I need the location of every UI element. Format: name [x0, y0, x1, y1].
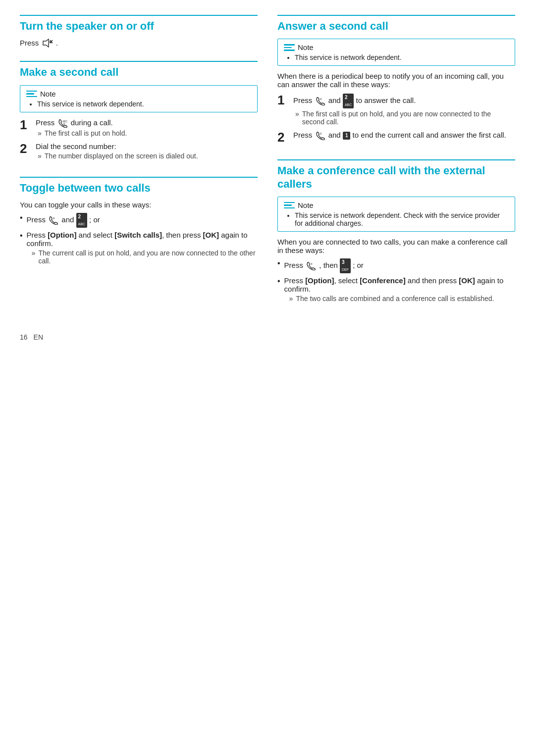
option-label: [Option]: [48, 231, 76, 239]
phone-icon-answer1: R: [315, 96, 328, 104]
note-label-conference: Note: [298, 201, 314, 209]
step-2-text: Dial the second number:: [36, 142, 116, 151]
note-content-conference: This service is network dependent. Check…: [284, 211, 509, 227]
step-1-content: Press ABC R during a call.: [36, 118, 258, 138]
answer-step-1-content: Press R and 2ABC to answer the call.: [293, 94, 515, 127]
note-header: Note: [26, 90, 251, 98]
answer-step-num-2: 2: [277, 131, 288, 144]
svg-text:R: R: [53, 217, 55, 220]
speaker-icon: [42, 39, 53, 49]
note-content-answer: This service is network dependent.: [284, 53, 509, 61]
answer-intro: When there is a periodical beep to notif…: [277, 72, 515, 89]
svg-text:R: R: [320, 132, 322, 135]
answer-step-1-sub: » The first call is put on hold, and you…: [293, 110, 515, 126]
svg-marker-0: [43, 39, 49, 47]
step-1-text: Press ABC R during a call.: [36, 118, 113, 127]
section-title-answer-second-call: Answer a second call: [277, 15, 515, 33]
conference-bullets: Press R , then 3DEF ; or: [277, 258, 515, 303]
toggle-bullet-2-sub: » The current call is put on hold, and y…: [27, 249, 258, 265]
note-label-answer: Note: [298, 43, 314, 51]
phone-icon-conference1: R: [305, 261, 319, 269]
step-num-2: 2: [20, 142, 31, 155]
section-speaker: Turn the speaker on or off Press .: [20, 15, 258, 49]
step-2-answer: 2 Press R and 1 to: [277, 131, 515, 144]
toggle-intro: You can toggle your calls in these ways:: [20, 201, 258, 209]
svg-text:R: R: [63, 122, 65, 125]
page-lang: EN: [34, 333, 43, 341]
section-toggle: Toggle between two calls You can toggle …: [20, 177, 258, 269]
key-3def-conference: 3DEF: [340, 258, 351, 273]
switch-calls-label: [Switch calls]: [114, 231, 162, 239]
answer-step-2-content: Press R and 1 to end the current call an…: [293, 131, 515, 140]
toggle-bullet-2: Press [Option] and select [Switch calls]…: [20, 231, 258, 266]
steps-answer-second-call: 1 Press R and 2ABC: [277, 94, 515, 144]
toggle-bullet-1: Press R and 2ABC ; or: [20, 213, 258, 228]
speaker-press-text: Press: [20, 39, 39, 48]
conference-intro: When you are connected to two calls, you…: [277, 238, 515, 254]
note-header-answer: Note: [284, 43, 509, 51]
svg-text:R: R: [311, 262, 313, 265]
note-item-answer: This service is network dependent.: [295, 53, 509, 61]
note-icon: [26, 91, 37, 98]
toggle-bullet-1-content: Press R and 2ABC ; or: [27, 213, 100, 228]
step-1-sub: » The first call is put on hold.: [36, 129, 258, 137]
phone-icon-step1: ABC R: [57, 118, 71, 127]
note-box-answer-second-call: Note This service is network dependent.: [277, 39, 515, 66]
phone-icon-answer2: R: [315, 131, 328, 139]
conference-bullet-1-content: Press R , then 3DEF ; or: [284, 258, 364, 273]
phone-icon-toggle1: R: [48, 215, 61, 224]
answer-step-num-1: 1: [277, 94, 288, 106]
note-header-conference: Note: [284, 201, 509, 209]
key-2abc-toggle: 2ABC: [76, 213, 87, 228]
svg-text:R: R: [320, 98, 322, 101]
step-1-make-second-call: 1 Press ABC R during a call.: [20, 118, 258, 138]
answer-step-1-sub-text: The first call is put on hold, and you a…: [302, 110, 515, 126]
steps-make-second-call: 1 Press ABC R during a call.: [20, 118, 258, 161]
note-item-conference: This service is network dependent. Check…: [295, 211, 509, 227]
speaker-press-end: .: [56, 39, 58, 48]
note-content-make-second-call: This service is network dependent.: [26, 100, 251, 108]
note-icon-answer: [284, 44, 295, 51]
step-2-content: Dial the second number: » The number dis…: [36, 142, 258, 161]
conference-bullet-2-content: Press [Option], select [Conference] and …: [284, 276, 515, 303]
page-number: 16: [20, 333, 28, 341]
conference-sub-text: The two calls are combined and a confere…: [296, 295, 494, 302]
ok-label: [OK]: [203, 231, 219, 239]
step-1-sub-text: The first call is put on hold.: [45, 129, 127, 137]
section-body-speaker: Press .: [20, 39, 258, 49]
key-1-answer: 1: [343, 132, 351, 140]
key-2abc-answer: 2ABC: [343, 94, 354, 108]
ok-label-conf: [OK]: [459, 276, 475, 285]
step-2-make-second-call: 2 Dial the second number: » The number d…: [20, 142, 258, 161]
note-box-make-second-call: Note This service is network dependent.: [20, 85, 258, 112]
step-2-sub-text: The number displayed on the screen is di…: [45, 152, 198, 160]
section-title-toggle: Toggle between two calls: [20, 177, 258, 195]
toggle-bullet-2-content: Press [Option] and select [Switch calls]…: [27, 231, 258, 266]
note-label: Note: [40, 90, 56, 98]
toggle-sub-text: The current call is put on hold, and you…: [38, 249, 258, 265]
conference-label: [Conference]: [360, 276, 406, 285]
page-footer: 16 EN: [20, 333, 515, 341]
conference-bullet-1: Press R , then 3DEF ; or: [277, 258, 515, 273]
section-title-speaker: Turn the speaker on or off: [20, 15, 258, 33]
section-make-second-call: Make a second call Note This service is …: [20, 61, 258, 164]
step-1-answer: 1 Press R and 2ABC: [277, 94, 515, 127]
conference-bullet-2: Press [Option], select [Conference] and …: [277, 276, 515, 303]
answer-step-2-text: Press R and 1 to end the current call an…: [293, 131, 506, 139]
section-answer-second-call: Answer a second call Note This service i…: [277, 15, 515, 148]
section-body-toggle: You can toggle your calls in these ways:…: [20, 201, 258, 266]
section-title-conference-call: Make a conference call with the external…: [277, 159, 515, 191]
option-label-conf: [Option]: [305, 276, 334, 285]
note-icon-conference: [284, 202, 295, 209]
step-2-sub: » The number displayed on the screen is …: [36, 152, 258, 160]
conference-bullet-2-sub: » The two calls are combined and a confe…: [284, 295, 515, 302]
note-box-conference-call: Note This service is network dependent. …: [277, 197, 515, 232]
answer-step-1-text: Press R and 2ABC to answer the call.: [293, 96, 416, 104]
section-title-make-second-call: Make a second call: [20, 61, 258, 79]
toggle-bullets: Press R and 2ABC ; or: [20, 213, 258, 266]
section-conference-call: Make a conference call with the external…: [277, 159, 515, 306]
note-item: This service is network dependent.: [37, 100, 251, 108]
step-num-1: 1: [20, 118, 31, 131]
